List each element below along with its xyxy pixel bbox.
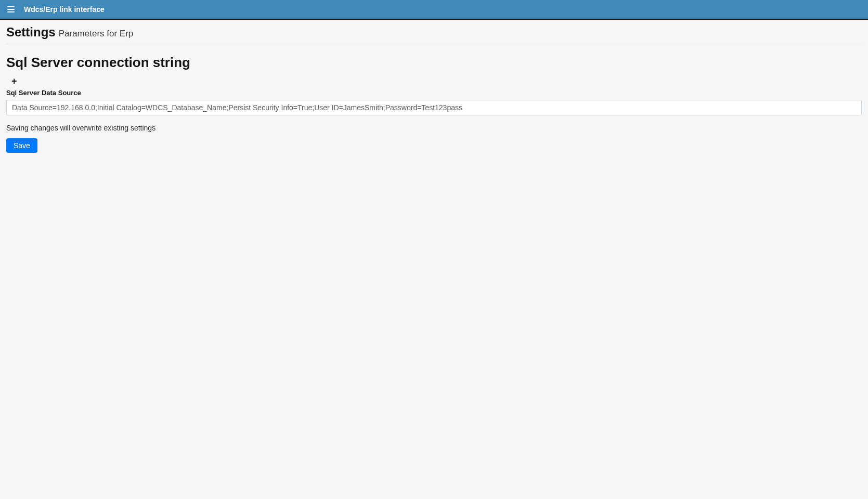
main-content: Settings Parameters for Erp Sql Server c… (0, 20, 868, 159)
sql-server-data-source-input[interactable] (6, 100, 862, 115)
warning-text: Saving changes will overwrite existing s… (6, 124, 862, 132)
app-header: Wdcs/Erp link interface (0, 0, 868, 20)
app-title: Wdcs/Erp link interface (24, 5, 105, 14)
save-button[interactable]: Save (6, 138, 37, 153)
page-subtitle: Parameters for Erp (59, 29, 134, 39)
add-icon[interactable]: + (11, 76, 17, 87)
page-title-row: Settings Parameters for Erp (6, 25, 862, 44)
field-label: Sql Server Data Source (6, 89, 862, 97)
hamburger-menu-icon[interactable] (7, 5, 17, 14)
page-title: Settings (6, 25, 56, 40)
section-heading: Sql Server connection string (6, 55, 862, 71)
